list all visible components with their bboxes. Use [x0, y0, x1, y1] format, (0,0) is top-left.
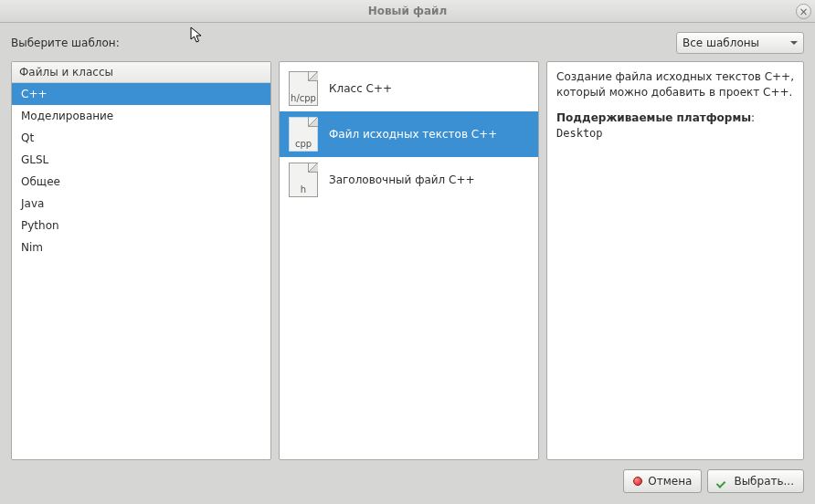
description-content: Создание файла исходных текстов C++, кот…	[547, 62, 803, 150]
description-text: Создание файла исходных текстов C++, кот…	[556, 69, 794, 101]
supported-value: Desktop	[556, 127, 603, 140]
file-ext-label: h	[289, 184, 318, 194]
prompt-label: Выберите шаблон:	[11, 37, 120, 49]
button-row: Отмена Выбрать...	[11, 469, 804, 493]
category-item-general[interactable]: Общее	[12, 171, 270, 193]
cancel-label: Отмена	[648, 475, 692, 488]
description-panel: Создание файла исходных текстов C++, кот…	[546, 61, 804, 460]
close-button[interactable]	[796, 4, 811, 19]
cancel-button[interactable]: Отмена	[623, 469, 702, 493]
template-list: h/cpp Класс C++ cpp Файл исходных тексто…	[280, 62, 538, 206]
category-item-python[interactable]: Python	[12, 215, 270, 236]
template-panel: h/cpp Класс C++ cpp Файл исходных тексто…	[279, 61, 539, 460]
category-panel: Файлы и классы C++ Моделирование Qt GLSL…	[11, 61, 271, 460]
file-icon: h/cpp	[289, 71, 318, 106]
filter-dropdown-label: Все шаблоны	[683, 37, 759, 49]
choose-label: Выбрать...	[734, 475, 794, 488]
file-ext-label: h/cpp	[289, 93, 318, 103]
file-ext-label: cpp	[289, 139, 318, 149]
category-item-cpp[interactable]: C++	[12, 83, 270, 105]
dialog-content: Выберите шаблон: Все шаблоны Файлы и кла…	[0, 23, 815, 504]
columns: Файлы и классы C++ Моделирование Qt GLSL…	[11, 61, 804, 460]
category-item-glsl[interactable]: GLSL	[12, 149, 270, 171]
top-row: Выберите шаблон: Все шаблоны	[11, 32, 804, 54]
choose-button[interactable]: Выбрать...	[707, 469, 804, 493]
category-item-nim[interactable]: Nim	[12, 236, 270, 258]
category-list: C++ Моделирование Qt GLSL Общее Java Pyt…	[12, 83, 270, 258]
cancel-icon	[633, 477, 642, 486]
supported-platforms: Поддерживаемые платформы: Desktop	[556, 110, 794, 142]
category-header: Файлы и классы	[12, 62, 270, 83]
category-item-modeling[interactable]: Моделирование	[12, 105, 270, 127]
template-item-cpp-source[interactable]: cpp Файл исходных текстов C++	[280, 111, 538, 157]
template-label: Класс C++	[329, 82, 392, 95]
category-item-qt[interactable]: Qt	[12, 127, 270, 149]
category-item-java[interactable]: Java	[12, 193, 270, 215]
template-label: Заголовочный файл C++	[329, 173, 475, 186]
supported-label: Поддерживаемые платформы	[556, 111, 751, 124]
filter-dropdown[interactable]: Все шаблоны	[676, 32, 804, 54]
template-label: Файл исходных текстов C++	[329, 128, 497, 141]
file-icon: cpp	[289, 117, 318, 152]
file-icon: h	[289, 163, 318, 197]
check-icon	[717, 476, 728, 487]
titlebar: Новый файл	[0, 0, 815, 23]
chevron-down-icon	[790, 41, 798, 45]
window-title: Новый файл	[368, 5, 448, 17]
template-item-cpp-header[interactable]: h Заголовочный файл C++	[280, 157, 538, 203]
template-item-cpp-class[interactable]: h/cpp Класс C++	[280, 66, 538, 111]
